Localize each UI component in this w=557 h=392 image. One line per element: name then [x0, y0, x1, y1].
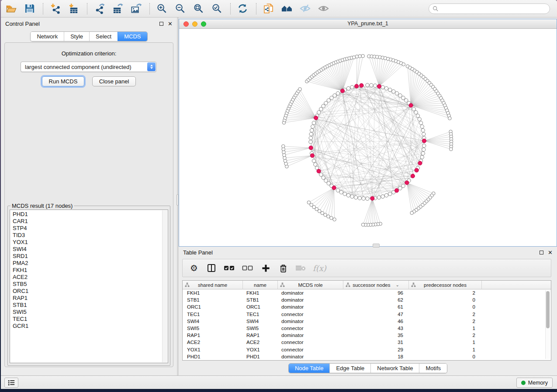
scrollbar-thumb[interactable]	[546, 291, 550, 328]
mcds-node-item[interactable]: SWI4	[13, 246, 168, 253]
mcds-node-item[interactable]: RAP1	[13, 295, 168, 302]
tab-mcds[interactable]: MCDS	[118, 32, 147, 41]
show-all-icon[interactable]	[318, 3, 329, 14]
save-session-icon[interactable]	[24, 3, 35, 14]
control-panel-tabs: NetworkStyleSelectMCDS	[1, 31, 177, 41]
mcds-node-item[interactable]: CAR1	[13, 218, 168, 225]
table-row-yox1[interactable]: YOX1YOX1connector291	[183, 346, 551, 353]
column-header-mcds-role[interactable]: MCDS role	[278, 281, 343, 289]
mcds-node-item[interactable]: GCR1	[13, 323, 168, 330]
mcds-node-item[interactable]: SWI5	[13, 309, 168, 316]
duplicate-network-icon[interactable]	[263, 3, 274, 14]
first-neighbors-icon[interactable]	[281, 3, 293, 14]
mcds-node-item[interactable]: STB5	[13, 281, 168, 288]
mcds-list-scrollbar[interactable]	[162, 210, 167, 362]
column-header-filler	[482, 281, 551, 289]
select-all-icon[interactable]	[224, 262, 235, 274]
tab-network[interactable]: Network	[31, 32, 64, 41]
column-header-shared-name[interactable]: shared name	[183, 281, 243, 289]
control-panel-header: Control Panel ✕	[1, 17, 177, 30]
mcds-node-item[interactable]: SRD1	[13, 253, 168, 260]
close-panel-button[interactable]: Close panel	[92, 76, 136, 86]
table-tab-edge-table[interactable]: Edge Table	[329, 364, 370, 373]
close-window-icon[interactable]	[183, 21, 189, 27]
columns-icon[interactable]	[206, 262, 217, 274]
mcds-node-item[interactable]: ORC1	[13, 288, 168, 295]
table-tab-node-table[interactable]: Node Table	[289, 364, 330, 373]
close-panel-icon[interactable]: ✕	[168, 21, 173, 27]
zoom-fit-icon[interactable]	[193, 3, 204, 14]
import-table-icon[interactable]	[68, 3, 80, 14]
table-row-phd1[interactable]: PHD1PHD1dominator180	[183, 353, 551, 360]
criterion-select[interactable]: largest connected component (undirected)	[21, 62, 156, 72]
export-network-icon[interactable]	[93, 3, 105, 14]
table-row-orc1[interactable]: ORC1ORC1dominator610	[183, 303, 551, 310]
mcds-node-item[interactable]: PHD1	[13, 211, 168, 218]
cell: 1	[409, 346, 482, 353]
import-network-icon[interactable]	[49, 3, 61, 14]
function-builder-icon: f(x)	[313, 262, 326, 274]
mcds-tab-content: Optimization criterion: largest connecte…	[4, 42, 173, 367]
mcds-node-item[interactable]: STB1	[13, 302, 168, 309]
cell: 43	[343, 325, 409, 332]
horizontal-splitter-handle[interactable]	[373, 244, 380, 248]
tab-style[interactable]: Style	[64, 32, 89, 41]
memory-button[interactable]: Memory	[516, 378, 553, 388]
mcds-node-item[interactable]: ACE2	[13, 274, 168, 281]
mcds-node-item[interactable]: STP4	[13, 225, 168, 232]
cell: connector	[278, 325, 343, 332]
cell: 1	[409, 325, 482, 332]
run-mcds-button[interactable]: Run MCDS	[42, 76, 85, 86]
cell: ACE2	[243, 339, 278, 346]
table-row-ace2[interactable]: ACE2ACE2connector311	[183, 339, 551, 346]
table-row-swi5[interactable]: SWI5SWI5connector431	[183, 325, 551, 332]
mcds-node-item[interactable]: TID3	[13, 232, 168, 239]
cell: YOX1	[243, 346, 278, 353]
table-row-rap1[interactable]: RAP1RAP1dominator352	[183, 332, 551, 339]
cell: PHD1	[243, 353, 278, 360]
maximize-window-icon[interactable]	[201, 21, 206, 27]
refresh-view-icon[interactable]	[237, 3, 249, 14]
table-row-stb1[interactable]: STB1STB1dominator620	[183, 296, 551, 303]
table-row-fkh1[interactable]: FKH1FKH1dominator962	[183, 289, 551, 296]
main-toolbar	[1, 0, 557, 17]
deselect-all-icon[interactable]	[242, 262, 253, 274]
mcds-node-item[interactable]: YOX1	[13, 239, 168, 246]
table-scrollbar[interactable]	[545, 290, 550, 359]
export-image-icon[interactable]	[130, 3, 142, 14]
cell: 0	[409, 303, 482, 310]
zoom-out-icon[interactable]	[174, 3, 186, 14]
table-tab-motifs[interactable]: Motifs	[419, 364, 447, 373]
add-row-icon[interactable]	[260, 262, 271, 274]
mcds-node-item[interactable]: TEC1	[13, 316, 168, 323]
table-tab-network-table[interactable]: Network Table	[370, 364, 419, 373]
delete-row-icon[interactable]	[278, 262, 288, 274]
network-graph[interactable]	[179, 29, 557, 246]
open-file-icon[interactable]	[5, 3, 17, 14]
task-history-button[interactable]	[4, 378, 18, 388]
minimize-window-icon[interactable]	[192, 21, 197, 27]
float-table-panel-icon[interactable]	[540, 251, 543, 254]
cell: 0	[409, 353, 482, 360]
cell: PHD1	[183, 353, 243, 360]
column-header-predecessor-nodes[interactable]: predecessor nodes	[409, 281, 482, 289]
settings-icon[interactable]: ⚙	[189, 262, 199, 274]
mcds-node-item[interactable]: PMA2	[13, 260, 168, 267]
column-header-name[interactable]: name	[243, 281, 278, 289]
zoom-selected-icon[interactable]	[211, 3, 223, 14]
float-panel-icon[interactable]	[159, 22, 163, 26]
zoom-in-icon[interactable]	[156, 3, 168, 14]
tab-select[interactable]: Select	[89, 32, 118, 41]
hide-selected-icon[interactable]	[299, 3, 311, 14]
mcds-node-item[interactable]: FKH1	[13, 267, 168, 274]
export-table-icon[interactable]	[112, 3, 124, 14]
close-table-panel-icon[interactable]: ✕	[548, 250, 553, 255]
table-row-tec1[interactable]: TEC1TEC1connector472	[183, 311, 551, 318]
list-icon	[7, 379, 15, 386]
column-header-successor-nodes[interactable]: successor nodes⌄	[343, 281, 409, 289]
network-view[interactable]	[179, 29, 557, 246]
network-titlebar[interactable]: YPA_prune.txt_1	[179, 19, 557, 29]
table-row-swi4[interactable]: SWI4SWI4dominator462	[183, 318, 551, 325]
table-header-row: shared namenameMCDS rolesuccessor nodes⌄…	[183, 281, 551, 289]
search-input[interactable]	[429, 3, 550, 14]
